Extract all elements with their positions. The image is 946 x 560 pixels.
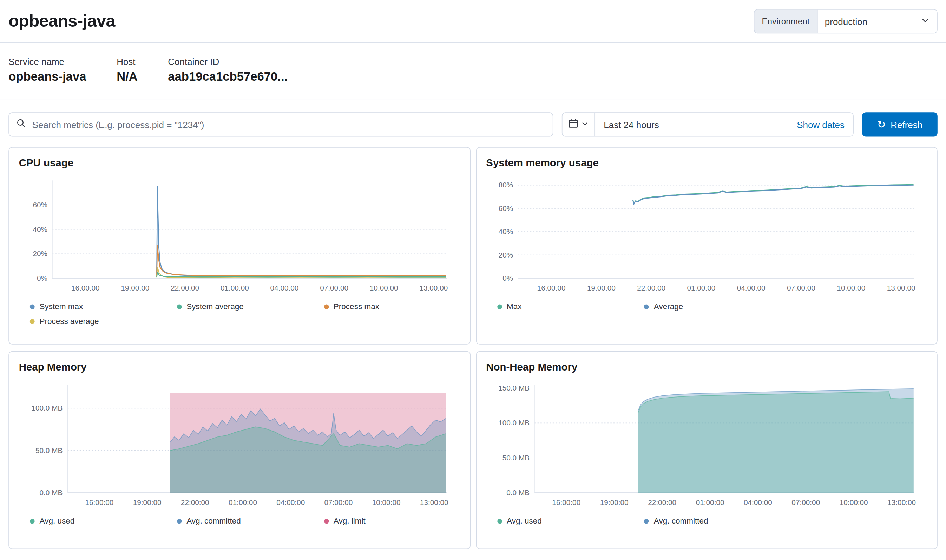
time-range-button[interactable]: Last 24 hours (595, 119, 797, 129)
svg-text:04:00:00: 04:00:00 (270, 284, 299, 292)
legend-item[interactable]: Process max (313, 302, 460, 311)
svg-text:07:00:00: 07:00:00 (787, 284, 815, 292)
page: opbeans-java Environment production Serv… (0, 0, 946, 560)
svg-text:13:00:00: 13:00:00 (419, 284, 448, 292)
show-dates-link[interactable]: Show dates (797, 119, 853, 129)
legend-item[interactable]: System average (166, 302, 313, 311)
svg-text:16:00:00: 16:00:00 (71, 284, 100, 292)
datepicker: Last 24 hours Show dates (562, 112, 853, 137)
page-title: opbeans-java (8, 12, 115, 31)
heap-memory-chart: 0.0 MB50.0 MB100.0 MB16:00:0019:00:0022:… (19, 380, 460, 508)
svg-text:04:00:00: 04:00:00 (743, 498, 772, 506)
svg-text:13:00:00: 13:00:00 (887, 498, 915, 506)
legend-dot (30, 518, 35, 523)
legend-dot (497, 518, 502, 523)
host-label: Host (117, 57, 137, 67)
svg-text:07:00:00: 07:00:00 (320, 284, 348, 292)
svg-text:80%: 80% (498, 181, 513, 189)
svg-text:16:00:00: 16:00:00 (537, 284, 565, 292)
legend-dot (177, 518, 182, 523)
svg-text:19:00:00: 19:00:00 (587, 284, 615, 292)
svg-text:60%: 60% (498, 204, 513, 212)
svg-text:100.0 MB: 100.0 MB (31, 404, 63, 412)
container-id-block: Container ID aab19ca1cb57e670... (168, 57, 288, 84)
host-block: Host N/A (117, 57, 137, 84)
svg-text:19:00:00: 19:00:00 (133, 498, 162, 506)
svg-text:01:00:00: 01:00:00 (221, 284, 249, 292)
svg-text:50.0 MB: 50.0 MB (35, 446, 63, 454)
svg-text:22:00:00: 22:00:00 (637, 284, 665, 292)
charts-grid: CPU usage 0%20%40%60%16:00:0019:00:0022:… (0, 146, 946, 549)
svg-text:01:00:00: 01:00:00 (696, 498, 724, 506)
panel-cpu-usage: CPU usage 0%20%40%60%16:00:0019:00:0022:… (8, 147, 470, 345)
legend-item[interactable]: Avg. committed (633, 517, 780, 526)
svg-text:16:00:00: 16:00:00 (85, 498, 113, 506)
svg-text:10:00:00: 10:00:00 (836, 284, 865, 292)
legend-item[interactable]: Process average (19, 317, 166, 326)
panel-heap-memory: Heap Memory 0.0 MB50.0 MB100.0 MB16:00:0… (8, 351, 470, 549)
legend-dot (497, 304, 502, 309)
svg-text:10:00:00: 10:00:00 (839, 498, 868, 506)
legend-item[interactable]: Avg. committed (166, 517, 313, 526)
svg-text:0%: 0% (37, 274, 48, 282)
svg-text:19:00:00: 19:00:00 (600, 498, 628, 506)
svg-text:0.0 MB: 0.0 MB (506, 488, 529, 497)
legend-label: Avg. committed (654, 517, 708, 526)
legend-dot (30, 318, 35, 323)
search-input[interactable] (31, 118, 545, 130)
svg-text:10:00:00: 10:00:00 (370, 284, 398, 292)
svg-text:20%: 20% (32, 249, 48, 257)
calendar-icon (568, 118, 578, 131)
svg-text:50.0 MB: 50.0 MB (502, 454, 529, 462)
legend-item[interactable]: Max (486, 302, 633, 311)
nonheap-memory-chart: 0.0 MB50.0 MB100.0 MB150.0 MB16:00:0019:… (486, 380, 927, 508)
service-info: Service name opbeans-java Host N/A Conta… (0, 43, 946, 100)
svg-text:13:00:00: 13:00:00 (887, 284, 915, 292)
svg-text:07:00:00: 07:00:00 (324, 498, 353, 506)
svg-text:100.0 MB: 100.0 MB (498, 418, 529, 427)
environment-control: Environment production (754, 9, 938, 33)
panel-title: CPU usage (19, 157, 460, 169)
panel-title: Non-Heap Memory (486, 362, 927, 374)
svg-text:150.0 MB: 150.0 MB (498, 384, 529, 392)
service-name-value: opbeans-java (8, 70, 86, 84)
legend-label: Avg. used (40, 517, 75, 526)
refresh-button[interactable]: ↻ Refresh (862, 112, 938, 137)
legend-item[interactable]: Avg. limit (313, 517, 460, 526)
legend-item[interactable]: Avg. used (486, 517, 633, 526)
svg-text:0%: 0% (502, 274, 513, 282)
svg-text:01:00:00: 01:00:00 (228, 498, 257, 506)
search-icon (17, 118, 26, 131)
calendar-button[interactable] (563, 113, 595, 136)
system-memory-chart: 0%20%40%60%80%16:00:0019:00:0022:00:0001… (486, 175, 927, 294)
refresh-icon: ↻ (877, 119, 886, 129)
environment-value: production (825, 16, 867, 26)
toolbar: Last 24 hours Show dates ↻ Refresh (0, 100, 946, 147)
legend-label: Avg. used (507, 517, 542, 526)
legend-dot (324, 304, 329, 309)
environment-select[interactable]: production (818, 10, 937, 33)
legend-item[interactable]: Average (633, 302, 780, 311)
system-memory-legend: MaxAverage (486, 302, 927, 311)
panel-system-memory: System memory usage 0%20%40%60%80%16:00:… (476, 147, 938, 345)
legend-item[interactable]: Avg. used (19, 517, 166, 526)
search-box (8, 112, 553, 137)
legend-label: Process max (333, 302, 379, 311)
service-name-label: Service name (8, 57, 86, 67)
svg-text:04:00:00: 04:00:00 (737, 284, 765, 292)
svg-text:13:00:00: 13:00:00 (420, 498, 448, 506)
legend-label: Process average (40, 317, 99, 326)
container-id-label: Container ID (168, 57, 288, 67)
legend-dot (324, 518, 329, 523)
legend-dot (644, 304, 649, 309)
panel-title: Heap Memory (19, 362, 460, 374)
svg-text:22:00:00: 22:00:00 (171, 284, 199, 292)
host-value: N/A (117, 70, 137, 84)
environment-label: Environment (755, 10, 818, 33)
legend-label: Avg. limit (333, 517, 366, 526)
legend-item[interactable]: System max (19, 302, 166, 311)
container-id-value: aab19ca1cb57e670... (168, 70, 288, 84)
svg-text:0.0 MB: 0.0 MB (40, 488, 63, 497)
legend-dot (30, 304, 35, 309)
svg-text:10:00:00: 10:00:00 (372, 498, 401, 506)
